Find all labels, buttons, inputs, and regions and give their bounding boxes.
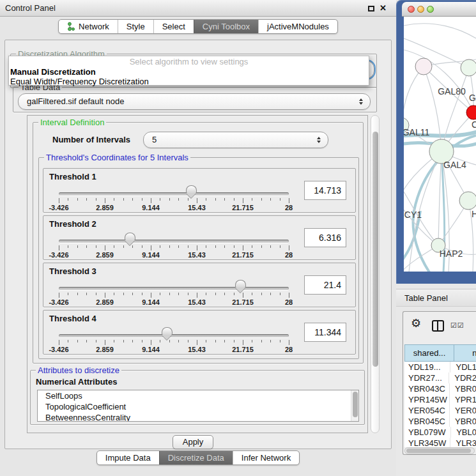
attribute-item[interactable]: SelfLoops — [38, 390, 358, 401]
threshold-value-field[interactable]: 11.344 — [304, 323, 346, 342]
table-header-name[interactable]: na — [454, 344, 476, 362]
table-data-selected: galFiltered.sif default node — [19, 94, 370, 109]
slider-thumb[interactable] — [125, 233, 135, 245]
algorithm-option[interactable]: Manual Discretization — [9, 67, 369, 77]
tab-select[interactable]: Select — [153, 20, 194, 33]
table-row[interactable]: YLR345WYLR3 — [404, 438, 476, 447]
tab-cyni-toolbox[interactable]: Cyni Toolbox — [194, 20, 258, 33]
slider-tick-labels: -3.4262.8599.14415.4321.71528 — [43, 298, 355, 306]
tick-label: 21.715 — [232, 346, 254, 353]
list-scrollbar-thumb[interactable] — [353, 392, 358, 417]
num-intervals-label: Number of Intervals — [52, 135, 130, 144]
slider-thumb-cap — [162, 327, 173, 335]
panel-scrollbar[interactable] — [371, 115, 380, 433]
tab-label: Cyni Toolbox — [203, 22, 250, 31]
float-window-icon[interactable] — [368, 6, 374, 12]
tick-label: 28 — [285, 251, 293, 259]
interval-definition-title: Interval Definition — [38, 118, 106, 127]
table-hscrollbar[interactable] — [404, 447, 475, 454]
threshold-box: Threshold 1-3.4262.8599.14415.4321.71528… — [43, 168, 356, 213]
threshold-value-field[interactable]: 6.316 — [304, 228, 346, 247]
cell-name: YBR0 — [450, 416, 476, 427]
cell-shared-name: YLR345W — [404, 438, 450, 447]
table-panel-window: ⚙ ☑☑ shared... na YDL19...YDL1YDR27...YD… — [403, 311, 476, 455]
network-node-label: GA — [469, 93, 476, 103]
tick-label: 9.144 — [142, 298, 160, 306]
slider-track[interactable] — [59, 334, 289, 337]
threshold-value-field[interactable]: 21.4 — [304, 275, 346, 295]
algorithm-option[interactable]: Equal Width/Frequency Discretization — [9, 77, 369, 86]
tab-label: Style — [127, 22, 145, 31]
mac-close-icon[interactable] — [408, 6, 415, 13]
slider-tick-labels: -3.4262.8599.14415.4321.71528 — [43, 251, 355, 259]
network-node-h[interactable] — [459, 192, 476, 210]
slider-thumb[interactable] — [162, 327, 173, 340]
algorithm-popup: Select algorithm to view settings Manual… — [8, 56, 369, 86]
slider-track[interactable] — [59, 240, 289, 243]
cell-shared-name: YBR043C — [404, 383, 450, 394]
bottom-tab-impute-data[interactable]: Impute Data — [97, 451, 159, 464]
cell-name: YLR3 — [450, 438, 476, 447]
list-scrollbar[interactable] — [351, 390, 358, 421]
table-data-combo[interactable]: galFiltered.sif default node — [18, 93, 371, 110]
close-icon[interactable]: ✕ — [380, 3, 387, 13]
thresholds-title: Threshold's Coordinates for 5 Intervals — [44, 153, 190, 162]
table-header-shared[interactable]: shared... — [404, 344, 454, 362]
tick-label: 9.144 — [142, 204, 160, 211]
tab-jactivemnodules[interactable]: jActiveMNodules — [258, 20, 337, 33]
cell-name: YDL1 — [450, 362, 476, 372]
network-node-label: GAL11 — [404, 127, 429, 137]
bottom-tabrow: Impute DataDiscretize DataInfer Network — [0, 450, 396, 465]
tick-label: 28 — [285, 346, 293, 353]
network-canvas[interactable]: GAL80GACGAL11GAL4GCY1HHAP2 — [404, 17, 476, 272]
network-node-gal80[interactable] — [415, 58, 432, 75]
gear-icon[interactable]: ⚙ — [411, 318, 421, 329]
slider-track[interactable] — [59, 192, 289, 196]
table-row[interactable]: YDL19...YDL1 — [404, 362, 476, 372]
tick-label: 2.859 — [96, 251, 114, 259]
table-row[interactable]: YER054CYER0 — [404, 405, 476, 416]
tick-label: 28 — [285, 204, 293, 211]
threshold-box: Threshold 4-3.4262.8599.14415.4321.71528… — [43, 310, 356, 355]
tab-label: Infer Network — [242, 453, 291, 463]
control-panel-window: Control Panel ✕ NetworkStyleSelectCyni T… — [0, 0, 396, 476]
table-row[interactable]: YBR045CYBR0 — [404, 416, 476, 427]
mac-zoom-icon[interactable] — [427, 6, 434, 13]
tick-label: -3.426 — [49, 251, 68, 259]
table-row[interactable]: YDR27...YDR2 — [404, 372, 476, 383]
table-hscrollbar-thumb[interactable] — [406, 449, 471, 453]
table-row[interactable]: YPR145WYPR1 — [404, 394, 476, 405]
numerical-attributes-list: SelfLoopsTopologicalCoefficientBetweenne… — [37, 390, 359, 422]
cell-name: YER0 — [450, 405, 476, 416]
network-node-ga[interactable] — [461, 59, 476, 76]
threshold-label: Threshold 4 — [49, 314, 96, 323]
attributes-title: Attributes to discretize — [36, 365, 121, 375]
attribute-item[interactable]: TopologicalCoefficient — [38, 401, 358, 412]
num-intervals-combo[interactable]: 5 — [143, 132, 328, 148]
panel-scrollbar-thumb[interactable] — [372, 132, 378, 367]
cell-shared-name: YER054C — [404, 405, 450, 416]
bottom-tab-discretize-data[interactable]: Discretize Data — [159, 451, 233, 464]
bottom-tab-infer-network[interactable]: Infer Network — [233, 451, 299, 464]
attribute-item[interactable]: BetweennessCentrality — [38, 412, 358, 422]
cell-shared-name: YPR145W — [404, 394, 450, 405]
slider-track[interactable] — [59, 287, 289, 290]
threshold-value-field[interactable]: 14.713 — [304, 181, 346, 200]
mac-minimize-icon[interactable] — [417, 6, 424, 13]
table-row[interactable]: YBR043CYBR0 — [404, 383, 476, 394]
threshold-box: Threshold 2-3.4262.8599.14415.4321.71528… — [43, 215, 356, 260]
slider-thumb[interactable] — [186, 185, 197, 198]
tick-label: 15.43 — [188, 204, 206, 211]
tab-network[interactable]: Network — [59, 20, 118, 33]
tick-label: 2.859 — [96, 298, 114, 306]
network-node-label: C — [472, 119, 476, 130]
checkbox-icons[interactable]: ☑☑ — [450, 321, 464, 330]
num-intervals-value: 5 — [144, 132, 328, 148]
tab-style[interactable]: Style — [118, 20, 153, 33]
columns-icon[interactable] — [432, 320, 444, 332]
slider-thumb[interactable] — [235, 280, 246, 293]
table-row[interactable]: YBL079WYBL0 — [404, 427, 476, 438]
tab-label: Impute Data — [105, 453, 151, 463]
apply-button[interactable]: Apply — [173, 435, 213, 449]
network-node-label: GCY1 — [404, 210, 422, 220]
